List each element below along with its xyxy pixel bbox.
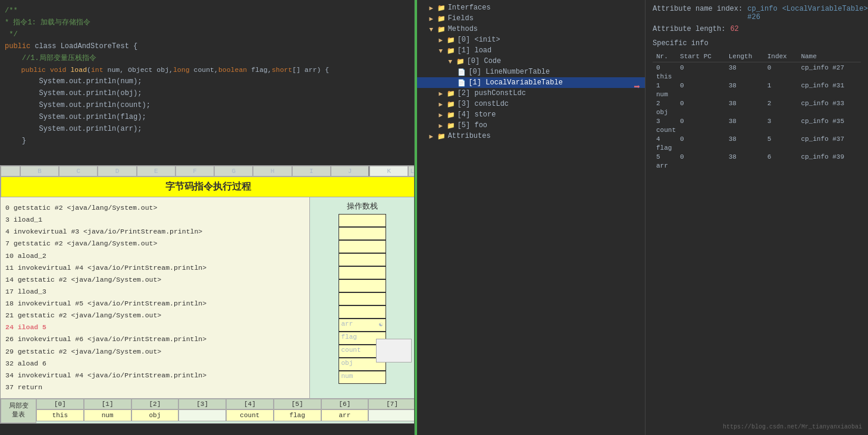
bc-14: 34 invokevirtual #4 <java/io/PrintStream… <box>5 370 305 382</box>
td-len-1: 38 <box>725 80 764 91</box>
code-line-8: System.out.println(obj); <box>0 87 414 99</box>
td-cp-5[interactable]: cp_info #39 <box>797 152 861 162</box>
tree-store-label: [4] store <box>457 111 496 119</box>
td-cp-2[interactable]: cp_info #33 <box>797 98 861 109</box>
tree-localvariable[interactable]: 📄 [1] LocalVariableTable <box>417 77 645 88</box>
lvt-v5: flag <box>274 409 321 421</box>
bc-1: 3 iload_1 <box>5 214 305 226</box>
tree-fields-label: Fields <box>448 14 474 23</box>
tree-pushconstldc-label: [2] pushConstLdc <box>457 89 526 97</box>
tree-attrs-label: Attributes <box>448 132 491 140</box>
tree-linenumber[interactable]: 📄 [0] LineNumberTable <box>417 67 645 77</box>
bc-8: 18 invokevirtual #5 <java/io/PrintStream… <box>5 298 305 310</box>
td-nr-2: 2 <box>653 98 676 109</box>
stack-cell-empty-8 <box>339 305 386 319</box>
bc-0: 0 getstatic #2 <java/lang/System.out> <box>5 202 305 214</box>
lvt-h0: [0] <box>36 399 84 409</box>
td-spc-0: 0 <box>676 62 725 74</box>
tree-foo[interactable]: ▶ 📁 [5] foo <box>417 120 645 131</box>
stack-label: 操作数栈 <box>310 200 414 212</box>
th-nr: Nr. <box>653 51 676 62</box>
tree-store[interactable]: ▶ 📁 [4] store <box>417 109 645 120</box>
folder-icon-init: ▶ 📁 <box>438 36 455 44</box>
folder-icon-const: ▶ 📁 <box>438 100 455 108</box>
attr-name-row: Attribute name index: cp_info #26 <Local… <box>653 5 861 21</box>
lvt-h1: [1] <box>84 399 131 409</box>
td-idx-4: 5 <box>764 134 798 144</box>
watermark: https://blog.csdn.net/Mr_tianyanxiaobai <box>723 424 862 430</box>
col-header-E: E <box>137 166 176 176</box>
bc-10: 24 iload 5 <box>5 321 305 333</box>
col-header-J: J <box>331 166 369 176</box>
tree-attrs[interactable]: ▶ 📁 Attributes <box>417 131 645 141</box>
th-index: Index <box>764 51 798 62</box>
th-name: Name <box>797 51 861 62</box>
attr-name-cp-link[interactable]: cp_info #26 <box>747 5 777 21</box>
red-arrow: ➡ <box>634 80 640 93</box>
tree-methods[interactable]: ▼ 📁 Methods <box>417 24 645 34</box>
th-length: Length <box>725 51 764 62</box>
folder-icon-code: ▼ 📁 <box>448 58 464 65</box>
folder-icon-push: ▶ 📁 <box>438 90 455 97</box>
table-row: 3 0 38 3 cp_info #35 <box>653 116 861 127</box>
lvt-section: 局部变量表 [0] [1] [2] [3] [4] [5] [6] [7] <box>1 398 415 423</box>
td-nr-3: 3 <box>653 116 676 127</box>
attr-name-label: Attribute name index: <box>653 5 742 13</box>
code-line-12: } <box>0 135 414 147</box>
td-cp-4[interactable]: cp_info #37 <box>797 134 861 144</box>
bc-4: 10 aload_2 <box>5 250 305 262</box>
stack-cell-empty-7 <box>339 292 386 305</box>
attr-length-label: Attribute length: <box>653 25 725 33</box>
tree-code[interactable]: ▼ 📁 [0] Code <box>417 56 645 67</box>
tree-constldc[interactable]: ▶ 📁 [3] constLdc <box>417 99 645 109</box>
stack-cell-empty-6 <box>339 279 386 292</box>
td-len-3: 38 <box>725 116 764 127</box>
file-icon-ln: 📄 <box>457 68 466 76</box>
table-row: 0 0 38 0 cp_info #27 <box>653 62 861 74</box>
tree-load[interactable]: ▼ 📁 [1] load <box>417 45 645 56</box>
col-header-G: G <box>214 166 253 176</box>
tree-code-label: [0] Code <box>467 57 502 65</box>
col-header-L: L <box>408 166 415 176</box>
code-line-6: public void load(int num, Object obj,lon… <box>0 64 414 75</box>
code-line-10: System.out.println(flag); <box>0 111 414 123</box>
bc-5: 11 invokevirtual #4 <java/io/PrintStream… <box>5 262 305 274</box>
stack-cell-empty-5 <box>339 266 386 279</box>
td-idx-2: 2 <box>764 98 798 109</box>
td-len-2: 38 <box>725 98 764 109</box>
lvt-h7: [7] <box>368 399 415 409</box>
td-idx-3: 3 <box>764 116 798 127</box>
lvt-h6: [6] <box>321 399 369 409</box>
tree-init[interactable]: ▶ 📁 [0] <init> <box>417 34 645 45</box>
lvt-headers: [0] [1] [2] [3] [4] [5] [6] [7] <box>36 399 415 409</box>
lvt-label: 局部变量表 <box>1 399 36 423</box>
stack-cell-num: num <box>339 371 386 384</box>
folder-icon-methods: ▼ 📁 <box>429 26 445 33</box>
lvt-values: this num obj count flag arr <box>36 409 415 421</box>
lvt-table: [0] [1] [2] [3] [4] [5] [6] [7] this num… <box>36 399 415 423</box>
sheet-content-area: 0 getstatic #2 <java/lang/System.out> 3 … <box>1 197 415 398</box>
tree-interfaces[interactable]: ▶ 📁 Interfaces <box>417 2 645 13</box>
tree-pushconstldc[interactable]: ▶ 📁 [2] pushConstLdc <box>417 88 645 99</box>
lvt-v3 <box>178 409 226 421</box>
stack-cell-empty-1 <box>339 214 386 227</box>
td-cp-1[interactable]: cp_info #31 <box>797 80 861 91</box>
table-row: flag <box>653 144 861 152</box>
attr-name-table-link[interactable]: <LocalVariableTable> <box>782 5 868 13</box>
file-icon-lv: 📄 <box>457 79 466 87</box>
code-line-7: System.out.println(num); <box>0 75 414 87</box>
td-cp-0[interactable]: cp_info #27 <box>797 62 861 74</box>
td-name-2: obj <box>653 109 861 116</box>
tree-fields[interactable]: ▶ 📁 Fields <box>417 13 645 24</box>
bc-12: 29 getstatic #2 <java/lang/System.out> <box>5 346 305 358</box>
tree-foo-label: [5] foo <box>457 121 487 130</box>
td-cp-3[interactable]: cp_info #35 <box>797 116 861 127</box>
empty-box <box>376 339 412 363</box>
td-idx-0: 0 <box>764 62 798 74</box>
attr-length-row: Attribute length: 62 <box>653 25 861 33</box>
td-name-5: arr <box>653 162 861 169</box>
code-line-11: System.out.println(arr); <box>0 123 414 135</box>
stack-cell-empty-2 <box>339 227 386 240</box>
tree-localvariable-label: [1] LocalVariableTable <box>468 78 562 87</box>
table-row: 4 0 38 5 cp_info #37 <box>653 134 861 144</box>
